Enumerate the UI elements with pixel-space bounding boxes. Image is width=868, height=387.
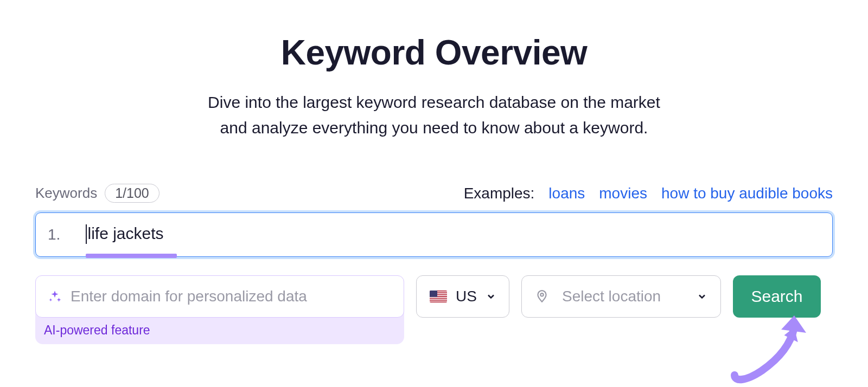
country-select[interactable]: US — [416, 275, 509, 318]
domain-input[interactable]: Enter domain for personalized data — [35, 275, 404, 318]
keyword-text-value: life jackets — [88, 224, 164, 242]
ai-feature-panel: Enter domain for personalized data AI-po… — [35, 275, 404, 344]
chevron-down-icon — [697, 291, 707, 302]
svg-rect-4 — [430, 297, 447, 298]
location-pin-icon — [535, 289, 549, 304]
chevron-down-icon — [486, 291, 496, 302]
page-subtitle: Dive into the largest keyword research d… — [35, 90, 833, 140]
subtitle-line-1: Dive into the largest keyword research d… — [208, 93, 660, 111]
text-cursor — [86, 224, 87, 244]
keywords-count-badge: 1/100 — [105, 184, 159, 203]
svg-point-8 — [540, 293, 543, 296]
highlight-underline — [86, 254, 177, 258]
search-button[interactable]: Search — [733, 275, 821, 318]
location-placeholder: Select location — [562, 288, 688, 305]
svg-rect-7 — [430, 291, 437, 297]
country-code: US — [456, 288, 477, 305]
example-link-loans[interactable]: loans — [548, 185, 585, 202]
us-flag-icon — [430, 291, 447, 302]
subtitle-line-2: and analyze everything you need to know … — [220, 119, 648, 137]
keyword-input-value: life jackets — [86, 224, 820, 244]
examples-label: Examples: — [464, 185, 535, 202]
examples-group: Examples: loans movies how to buy audibl… — [464, 185, 833, 202]
keyword-row-number: 1. — [48, 226, 86, 243]
keywords-label: Keywords — [35, 185, 97, 202]
svg-rect-6 — [430, 301, 447, 302]
sparkle-icon — [48, 289, 62, 304]
keywords-label-group: Keywords 1/100 — [35, 184, 159, 203]
example-link-audible[interactable]: how to buy audible books — [661, 185, 833, 202]
keyword-input[interactable]: 1. life jackets — [35, 212, 833, 257]
domain-placeholder: Enter domain for personalized data — [71, 288, 307, 305]
location-select[interactable]: Select location — [521, 275, 721, 318]
ai-caption: AI-powered feature — [35, 318, 404, 338]
example-link-movies[interactable]: movies — [599, 185, 647, 202]
svg-rect-5 — [430, 299, 447, 300]
page-title: Keyword Overview — [35, 33, 833, 73]
